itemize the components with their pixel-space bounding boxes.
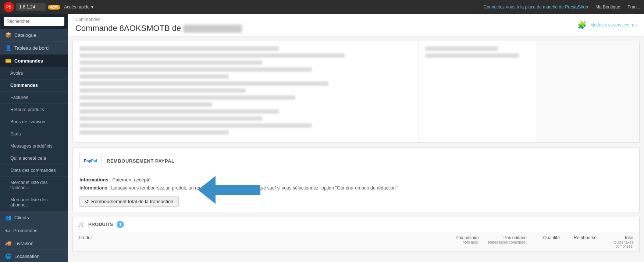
info-far-right-panel (536, 41, 639, 142)
sidebar-item-commandes-sub[interactable]: Commandes (0, 79, 68, 92)
sidebar-item-localisation[interactable]: 🌐 Localisation (0, 250, 68, 262)
clients-icon: 👥 (5, 215, 11, 220)
livraison-icon: 🚚 (5, 240, 11, 246)
sidebar-item-label: Livraison (14, 241, 33, 246)
sidebar-item-label: Mercanet liste des abonne... (10, 197, 63, 208)
col-header-price-ttc: Prix unitaire toutes taxes comprises. (479, 235, 527, 248)
tableau-icon: 👤 (5, 45, 11, 51)
sidebar-item-promotions[interactable]: 🏷 Promotions (0, 224, 68, 237)
page-title: Commande 8AOKSMOTB de (75, 24, 242, 33)
col-total-label: Total (624, 235, 633, 240)
boutique-link[interactable]: Ma Boutique (595, 4, 620, 10)
paypal-info1: Informations : Paiement accepté (79, 177, 633, 183)
sidebar-item-label: Tableau de bord (14, 45, 49, 51)
info-right-panel (419, 41, 536, 142)
paypal-header: PayPal REMBOURSEMENT PAYPAL (79, 153, 633, 173)
blurred-right-2 (425, 53, 519, 58)
info-left-panel (73, 41, 419, 142)
top-navigation: PS 1.6.1.24 4299 Accès rapide ▾ Connecte… (0, 0, 644, 14)
sidebar-item-label: Retours produits (10, 107, 44, 112)
sidebar-item-mercanet-abonne[interactable]: Mercanet liste des abonne... (0, 194, 68, 211)
blurred-line-10 (79, 109, 279, 114)
logo-area[interactable]: PS 1.6.1.24 4299 (4, 2, 60, 12)
sidebar-item-label: Factures (10, 95, 28, 100)
acces-rapide-label: Accès rapide (64, 4, 89, 10)
col-header-price-ht: Prix unitaire hors taxe. (435, 235, 479, 248)
puzzle-icon: 🧩 (577, 21, 587, 29)
sidebar-item-clients[interactable]: 👥 Clients (0, 211, 68, 224)
refund-btn-label: Remboursement total de la transaction (91, 199, 173, 204)
header-left: Commandes Commande 8AOKSMOTB de (75, 17, 242, 33)
blurred-line-12 (79, 123, 312, 128)
paypal-info2-value: Lorsque vous remboursez un produit, un r… (111, 185, 397, 191)
sidebar-item-mercanet-transac[interactable]: Mercanet liste des transac... (0, 177, 68, 194)
sidebar-item-label: Commandes (10, 83, 38, 88)
products-table-header: Produit Prix unitaire hors taxe. Prix un… (73, 232, 639, 252)
sidebar-item-livraison[interactable]: 🚚 Livraison (0, 237, 68, 250)
products-section: 🛒 PRODUITS 1 Produit Prix unitaire hors … (72, 217, 640, 252)
refund-total-button[interactable]: ↺ Remboursement total de la transaction (79, 196, 179, 207)
blurred-line-13 (79, 130, 229, 135)
blurred-line-9 (79, 102, 212, 107)
sidebar-item-label: États (10, 131, 21, 137)
breadcrumb: Commandes (75, 17, 242, 22)
col-header-remb: Remboursé (560, 235, 597, 248)
blurred-line-3 (79, 60, 262, 65)
blurred-right-1 (425, 46, 498, 51)
paypal-info1-label: Informations (79, 177, 108, 183)
blurred-line-11 (79, 116, 262, 121)
col-price-ht-sub: hors taxe. (435, 240, 479, 244)
products-header: 🛒 PRODUITS 1 (73, 217, 639, 232)
sidebar-item-factures[interactable]: Factures (0, 92, 68, 104)
info-panel (72, 41, 640, 143)
products-count-badge: 1 (117, 221, 124, 228)
sidebar-item-avoirs[interactable]: Avoirs (0, 67, 68, 79)
sidebar-item-etats[interactable]: États (0, 128, 68, 140)
blurred-line-5 (79, 74, 229, 79)
paypal-section-title: REMBOURSEMENT PAYPAL (107, 158, 175, 164)
prestashop-logo: PS (4, 2, 14, 12)
col-price-ht-label: Prix unitaire (456, 235, 479, 240)
sidebar-item-label: Bons de livraison (10, 119, 45, 124)
sidebar: 📦 Catalogue 👤 Tableau de bord 💳 Commande… (0, 14, 68, 262)
sidebar-search-area (0, 14, 68, 29)
sidebar-item-label: Messages prédéfinis (10, 144, 53, 149)
refresh-icon: ↺ (85, 199, 89, 204)
sidebar-item-label: Catalogue (14, 32, 36, 38)
modules-services-link[interactable]: Modules et services rec (590, 22, 637, 28)
catalogue-icon: 📦 (5, 32, 11, 38)
blurred-line-7 (79, 88, 246, 93)
sidebar-item-catalogue[interactable]: 📦 Catalogue (0, 29, 68, 42)
blurred-line-2 (79, 53, 345, 58)
promotions-icon: 🏷 (5, 227, 10, 233)
col-price-ttc-sub: toutes taxes comprises. (479, 240, 527, 244)
sidebar-item-etats-commandes[interactable]: Etats des commandes (0, 164, 68, 177)
sidebar-item-qui-a-achete[interactable]: Qui a acheté cela (0, 152, 68, 164)
blurred-line-1 (79, 46, 279, 51)
chevron-down-icon: ▾ (91, 4, 93, 10)
paypal-info1-value: Paiement accepté (113, 177, 151, 183)
sidebar-item-tableau-de-bord[interactable]: 👤 Tableau de bord (0, 42, 68, 54)
sidebar-item-label: Clients (14, 215, 29, 220)
paypal-info1-sep: : (110, 177, 112, 183)
blurred-line-8 (79, 95, 295, 100)
localisation-icon: 🌐 (5, 253, 11, 259)
search-input[interactable] (4, 17, 64, 26)
paypal-logo: PayPal (84, 159, 97, 163)
marketplace-link[interactable]: Connectez-vous à la place de marché de P… (484, 4, 588, 10)
sidebar-item-messages-predefinis[interactable]: Messages prédéfinis (0, 140, 68, 152)
paypal-info2-label: Informations (79, 185, 107, 191)
paypal-info2: Informations : Lorsque vous remboursez u… (79, 185, 633, 192)
cart-icon: 🛒 (79, 222, 85, 227)
page-title-text: Commande 8AOKSMOTB de (75, 24, 181, 33)
header-right: 🧩 Modules et services rec (577, 21, 637, 29)
sidebar-item-label: Promotions (13, 228, 38, 233)
store-selector[interactable]: 1.6.1.24 (16, 3, 46, 11)
sidebar-item-retours-produits[interactable]: Retours produits (0, 104, 68, 116)
sidebar-item-bons-de-livraison[interactable]: Bons de livraison (0, 116, 68, 128)
products-title: PRODUITS (88, 222, 113, 227)
sidebar-item-commandes[interactable]: 💳 Commandes (0, 54, 68, 67)
language-selector[interactable]: Fran... (627, 4, 640, 10)
acces-rapide-button[interactable]: Accès rapide ▾ (64, 4, 93, 10)
paypal-logo-box: PayPal (79, 153, 102, 169)
